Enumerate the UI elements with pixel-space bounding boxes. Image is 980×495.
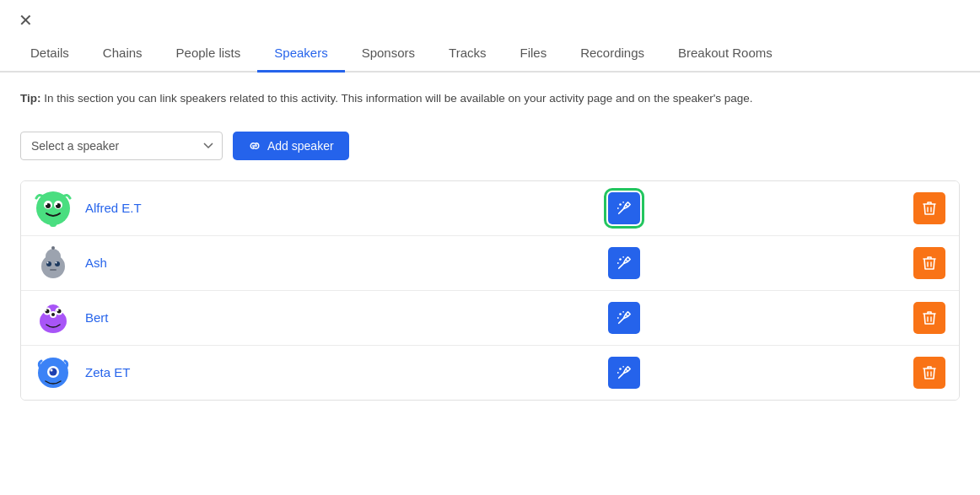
speaker-name-alfred[interactable]: Alfred E.T — [85, 201, 608, 215]
svg-point-19 — [47, 261, 49, 263]
svg-point-25 — [617, 262, 619, 264]
tab-details[interactable]: Details — [13, 35, 86, 73]
magic-wand-icon — [617, 310, 632, 326]
tab-tracks[interactable]: Tracks — [432, 35, 503, 73]
svg-point-9 — [619, 203, 622, 206]
close-button[interactable]: ✕ — [13, 8, 37, 32]
delete-button-alfred[interactable] — [913, 192, 945, 224]
speaker-name-ash[interactable]: Ash — [85, 256, 608, 270]
delete-button-bert[interactable] — [913, 302, 945, 334]
trash-icon — [923, 310, 936, 326]
content-area: Tip: In this section you can link speake… — [0, 73, 980, 417]
svg-point-37 — [46, 309, 47, 311]
top-bar: ✕ — [0, 0, 980, 32]
speaker-row: Bert — [21, 291, 959, 346]
add-speaker-label: Add speaker — [267, 139, 334, 153]
tab-breakout-rooms[interactable]: Breakout Rooms — [661, 35, 789, 73]
speaker-row: Ash — [21, 236, 959, 291]
tab-recordings[interactable]: Recordings — [563, 35, 661, 73]
avatar-ash — [35, 245, 72, 282]
edit-button-ash[interactable] — [608, 247, 640, 279]
svg-point-20 — [56, 261, 57, 263]
avatar-zeta — [35, 354, 72, 391]
svg-rect-21 — [50, 269, 57, 271]
edit-button-bert[interactable] — [608, 302, 640, 334]
svg-point-40 — [617, 317, 619, 319]
svg-point-39 — [619, 313, 622, 315]
svg-point-6 — [46, 202, 47, 204]
svg-point-11 — [622, 201, 624, 202]
svg-point-7 — [56, 202, 57, 204]
avatar-bert — [35, 299, 72, 336]
delete-button-ash[interactable] — [913, 247, 945, 279]
tab-people-lists[interactable]: People lists — [159, 35, 258, 73]
delete-button-zeta[interactable] — [913, 357, 945, 389]
trash-icon — [923, 365, 936, 380]
speaker-row: Alfred E.T — [21, 181, 959, 236]
trash-icon — [923, 256, 936, 271]
edit-button-alfred[interactable] — [608, 192, 640, 224]
edit-button-zeta[interactable] — [608, 357, 640, 389]
speaker-list: Alfred E.T Ash — [20, 180, 960, 401]
magic-wand-icon — [617, 365, 632, 380]
speaker-row: Zeta ET — [21, 346, 959, 400]
tip-box: Tip: In this section you can link speake… — [20, 89, 960, 108]
svg-point-41 — [622, 310, 624, 312]
svg-point-50 — [622, 365, 624, 367]
svg-point-24 — [619, 258, 622, 261]
svg-point-47 — [51, 369, 53, 371]
tab-nav: DetailsChainsPeople listsSpeakersSponsor… — [0, 35, 980, 73]
speaker-controls: Select a speaker Add speaker — [20, 132, 960, 160]
speaker-select[interactable]: Select a speaker — [20, 132, 223, 160]
svg-point-26 — [622, 256, 624, 257]
speaker-name-bert[interactable]: Bert — [85, 310, 608, 325]
avatar-alfred — [35, 190, 72, 227]
svg-point-38 — [57, 309, 59, 311]
speaker-name-zeta[interactable]: Zeta ET — [85, 365, 608, 379]
svg-point-23 — [51, 246, 55, 250]
svg-point-49 — [617, 372, 619, 374]
tab-speakers[interactable]: Speakers — [257, 35, 344, 73]
svg-point-10 — [617, 207, 619, 209]
magic-wand-icon — [617, 256, 632, 271]
magic-wand-icon — [617, 201, 632, 216]
svg-rect-8 — [50, 222, 57, 227]
link-icon — [248, 139, 261, 153]
add-speaker-button[interactable]: Add speaker — [233, 132, 349, 160]
svg-point-46 — [50, 368, 57, 375]
tip-label: Tip: — [20, 92, 41, 105]
tab-files[interactable]: Files — [503, 35, 563, 73]
svg-point-48 — [619, 368, 622, 370]
tip-text: In this section you can link speakers re… — [41, 92, 753, 105]
trash-icon — [923, 201, 936, 216]
tab-chains[interactable]: Chains — [86, 35, 159, 73]
svg-point-36 — [51, 313, 55, 316]
tab-sponsors[interactable]: Sponsors — [345, 35, 432, 73]
